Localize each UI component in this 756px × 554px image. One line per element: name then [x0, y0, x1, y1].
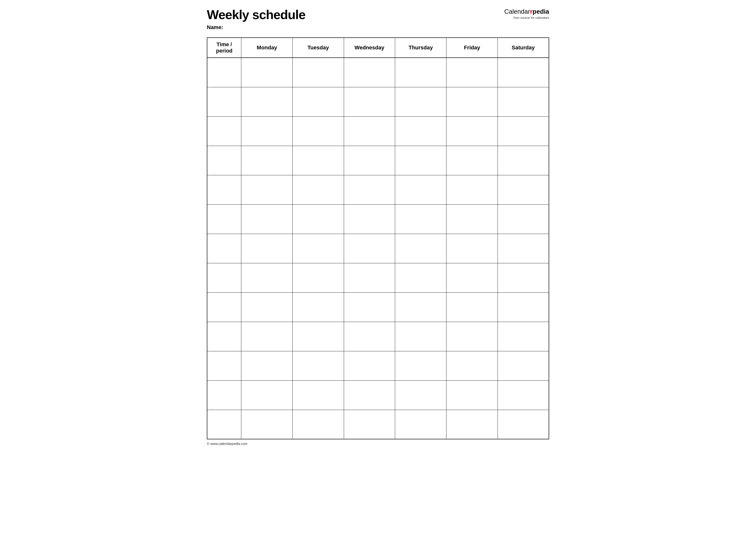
- day-cell[interactable]: [497, 410, 549, 439]
- day-cell[interactable]: [292, 263, 344, 292]
- day-cell[interactable]: [292, 146, 344, 175]
- day-cell[interactable]: [446, 116, 498, 146]
- day-cell[interactable]: [292, 292, 344, 322]
- day-cell[interactable]: [446, 58, 498, 87]
- day-cell[interactable]: [241, 116, 293, 146]
- day-cell[interactable]: [446, 234, 498, 263]
- day-cell[interactable]: [292, 116, 344, 146]
- day-cell[interactable]: [292, 322, 344, 351]
- day-cell[interactable]: [241, 175, 293, 204]
- day-cell[interactable]: [241, 87, 293, 116]
- day-cell[interactable]: [344, 58, 395, 87]
- day-cell[interactable]: [241, 263, 293, 292]
- day-cell[interactable]: [395, 410, 446, 439]
- time-cell[interactable]: [207, 292, 241, 322]
- day-cell[interactable]: [344, 351, 395, 380]
- day-cell[interactable]: [497, 204, 549, 234]
- day-cell[interactable]: [497, 58, 549, 87]
- day-cell[interactable]: [344, 322, 395, 351]
- day-cell[interactable]: [344, 204, 395, 234]
- header: Weekly schedule Name: Calendarrpedia You…: [207, 8, 549, 31]
- day-cell[interactable]: [292, 410, 344, 439]
- day-cell[interactable]: [292, 234, 344, 263]
- time-cell[interactable]: [207, 234, 241, 263]
- day-cell[interactable]: [497, 234, 549, 263]
- day-cell[interactable]: [292, 58, 344, 87]
- day-cell[interactable]: [395, 234, 446, 263]
- day-cell[interactable]: [446, 380, 498, 410]
- day-cell[interactable]: [241, 234, 293, 263]
- day-cell[interactable]: [446, 204, 498, 234]
- day-cell[interactable]: [344, 292, 395, 322]
- time-cell[interactable]: [207, 263, 241, 292]
- day-cell[interactable]: [395, 322, 446, 351]
- day-cell[interactable]: [395, 175, 446, 204]
- day-cell[interactable]: [446, 175, 498, 204]
- day-cell[interactable]: [395, 116, 446, 146]
- title-block: Weekly schedule Name:: [207, 8, 305, 31]
- day-cell[interactable]: [395, 87, 446, 116]
- day-cell[interactable]: [446, 292, 498, 322]
- day-cell[interactable]: [344, 175, 395, 204]
- day-cell[interactable]: [241, 58, 293, 87]
- day-cell[interactable]: [241, 204, 293, 234]
- day-cell[interactable]: [497, 351, 549, 380]
- time-cell[interactable]: [207, 410, 241, 439]
- day-cell[interactable]: [241, 292, 293, 322]
- day-cell[interactable]: [241, 146, 293, 175]
- day-cell[interactable]: [241, 351, 293, 380]
- day-cell[interactable]: [241, 322, 293, 351]
- day-cell[interactable]: [344, 380, 395, 410]
- time-cell[interactable]: [207, 351, 241, 380]
- day-cell[interactable]: [497, 87, 549, 116]
- col-header-monday: Monday: [241, 38, 293, 58]
- day-cell[interactable]: [395, 263, 446, 292]
- day-cell[interactable]: [446, 410, 498, 439]
- time-cell[interactable]: [207, 146, 241, 175]
- day-cell[interactable]: [241, 410, 293, 439]
- day-cell[interactable]: [344, 263, 395, 292]
- day-cell[interactable]: [395, 380, 446, 410]
- day-cell[interactable]: [344, 87, 395, 116]
- day-cell[interactable]: [395, 292, 446, 322]
- name-label: Name:: [207, 24, 305, 31]
- day-cell[interactable]: [497, 380, 549, 410]
- day-cell[interactable]: [292, 380, 344, 410]
- day-cell[interactable]: [241, 380, 293, 410]
- table-row: [207, 58, 549, 87]
- day-cell[interactable]: [497, 175, 549, 204]
- day-cell[interactable]: [292, 87, 344, 116]
- day-cell[interactable]: [446, 322, 498, 351]
- time-cell[interactable]: [207, 87, 241, 116]
- day-cell[interactable]: [395, 58, 446, 87]
- day-cell[interactable]: [344, 116, 395, 146]
- day-cell[interactable]: [344, 146, 395, 175]
- day-cell[interactable]: [395, 351, 446, 380]
- time-cell[interactable]: [207, 175, 241, 204]
- col-header-tuesday: Tuesday: [292, 38, 344, 58]
- day-cell[interactable]: [446, 146, 498, 175]
- day-cell[interactable]: [446, 263, 498, 292]
- day-cell[interactable]: [395, 204, 446, 234]
- day-cell[interactable]: [497, 263, 549, 292]
- day-cell[interactable]: [344, 234, 395, 263]
- logo-r: r: [530, 8, 533, 15]
- day-cell[interactable]: [497, 146, 549, 175]
- time-cell[interactable]: [207, 322, 241, 351]
- time-cell[interactable]: [207, 204, 241, 234]
- day-cell[interactable]: [446, 87, 498, 116]
- day-cell[interactable]: [344, 410, 395, 439]
- table-header-row: Time / period Monday Tuesday Wednesday T…: [207, 38, 549, 58]
- col-header-saturday: Saturday: [497, 38, 549, 58]
- day-cell[interactable]: [395, 146, 446, 175]
- day-cell[interactable]: [497, 116, 549, 146]
- time-cell[interactable]: [207, 380, 241, 410]
- day-cell[interactable]: [292, 175, 344, 204]
- day-cell[interactable]: [292, 351, 344, 380]
- day-cell[interactable]: [292, 204, 344, 234]
- day-cell[interactable]: [446, 351, 498, 380]
- day-cell[interactable]: [497, 322, 549, 351]
- time-cell[interactable]: [207, 58, 241, 87]
- day-cell[interactable]: [497, 292, 549, 322]
- time-cell[interactable]: [207, 116, 241, 146]
